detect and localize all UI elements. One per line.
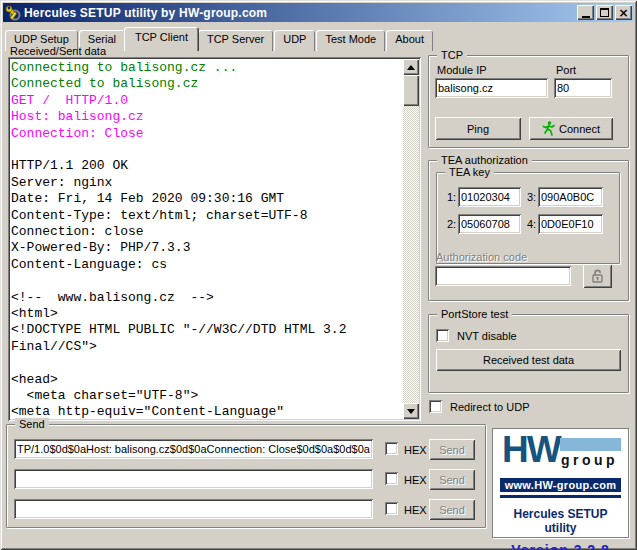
hw-group-logo-panel: HW group www.HW-group.com Hercules SETUP… [492,428,629,538]
arrow-down-icon [407,409,415,414]
connect-button-label: Connect [559,123,600,135]
tcp-group-title: TCP [437,49,467,61]
close-button[interactable]: × [615,5,632,20]
send-input-2[interactable] [14,469,373,489]
unlock-button[interactable] [583,264,612,288]
terminal-line: Host: balisong.cz [11,109,401,125]
terminal-line: <html> [11,306,401,322]
terminal-line: Server: nginx [11,175,401,191]
terminal-line: <meta charset="UTF-8"> [11,388,401,404]
terminal-line: Date: Fri, 14 Feb 2020 09:30:16 GMT [11,191,401,207]
send-button-2-label: Send [439,474,465,486]
received-data-area[interactable]: Connecting to balisong.cz ... Connected … [8,57,421,421]
portstore-group-title: PortStore test [437,308,512,320]
scroll-down-button[interactable] [403,403,419,419]
terminal-line: Connection: Close [11,126,401,142]
arrow-up-icon [407,65,415,70]
terminal-line: <!-- www.balisong.cz --> [11,290,401,306]
hw-group-logo: HW group [500,435,621,475]
tab-udp[interactable]: UDP [274,30,315,51]
terminal-line: Content-Type: text/html; charset=UTF-8 [11,208,401,224]
tab-about[interactable]: About [386,30,433,51]
hex-checkbox-3[interactable] [385,502,398,515]
tea-key-4-input[interactable] [538,214,603,234]
send-button-3[interactable]: Send [429,499,475,520]
terminal-line: GET / HTTP/1.0 [11,93,401,109]
scroll-up-button[interactable] [403,59,419,75]
tab-test-mode[interactable]: Test Mode [316,30,385,51]
ping-button[interactable]: Ping [435,117,521,140]
send-group-title: Send [15,418,49,430]
hex-checkbox-1[interactable] [385,442,398,455]
logo-group-text: group [561,452,618,468]
connect-button[interactable]: Connect [529,117,613,140]
app-icon [5,5,21,21]
received-test-data-label: Received test data [483,354,574,366]
tab-tcp-client[interactable]: TCP Client [124,27,199,51]
nvt-disable-checkbox[interactable] [436,329,449,342]
terminal-line: Connected to balisong.cz [11,76,401,92]
logo-divider [500,495,621,498]
authorization-code-label: Authorization code [436,251,527,263]
terminal-line: Connection: close [11,224,401,240]
tea-key-4-label: 4: [527,218,536,230]
terminal-text: Connecting to balisong.cz ... Connected … [11,60,401,418]
received-sent-label: Received/Sent data [10,45,106,57]
close-icon: × [618,7,628,19]
terminal-line: Final//CS"> [11,339,401,355]
redirect-to-udp-label: Redirect to UDP [450,401,529,413]
module-ip-input[interactable] [435,78,548,98]
nvt-disable-label: NVT disable [457,330,517,342]
tea-key-3-label: 3: [527,191,536,203]
authorization-code-input[interactable] [435,266,571,286]
terminal-line: X-Powered-By: PHP/7.3.3 [11,240,401,256]
window-title: Hercules SETUP utility by HW-group.com [24,6,575,20]
terminal-line: Connecting to balisong.cz ... [11,60,401,76]
logo-hw-text: HW [502,429,560,471]
send-input-1[interactable] [14,439,373,459]
terminal-line: <meta http-equiv="Content-Language" [11,404,401,418]
tea-key-3-input[interactable] [538,187,603,207]
port-input[interactable] [554,78,612,98]
redirect-to-udp-checkbox[interactable] [429,400,442,413]
logo-website-link[interactable]: www.HW-group.com [500,478,621,492]
tab-tcp-server[interactable]: TCP Server [198,30,273,51]
hex-label-2: HEX [404,474,427,486]
send-button-1-label: Send [439,444,465,456]
tea-group-title: TEA authorization [437,154,532,166]
hex-checkbox-2[interactable] [385,472,398,485]
vertical-scrollbar[interactable] [403,59,419,419]
runner-icon [542,121,555,136]
tea-key-2-input[interactable] [458,214,521,234]
scrollbar-thumb[interactable] [403,75,419,106]
maximize-icon [600,8,609,17]
tea-key-2-label: 2: [447,218,456,230]
received-test-data-button[interactable]: Received test data [436,349,621,371]
hex-label-1: HEX [404,444,427,456]
title-bar[interactable]: Hercules SETUP utility by HW-group.com × [3,3,634,22]
minimize-button[interactable] [577,5,594,20]
lock-icon [591,269,604,283]
logo-version: Version 3.2.8 [500,542,621,550]
logo-blue-rectangle [560,438,621,451]
send-input-3[interactable] [14,499,373,519]
hex-label-3: HEX [404,504,427,516]
terminal-line: <head> [11,372,401,388]
send-button-3-label: Send [439,504,465,516]
maximize-button[interactable] [596,5,613,20]
tea-key-1-input[interactable] [458,187,521,207]
tea-key-title: TEA key [445,166,494,178]
logo-product-name: Hercules SETUP utility [500,507,621,535]
send-button-1[interactable]: Send [429,439,475,460]
terminal-line: Content-Language: cs [11,257,401,273]
terminal-line [11,355,401,371]
terminal-line: HTTP/1.1 200 OK [11,158,401,174]
send-button-2[interactable]: Send [429,469,475,490]
tea-key-1-label: 1: [447,191,456,203]
port-label: Port [556,64,576,76]
ping-button-label: Ping [467,123,489,135]
minimize-icon [582,16,590,18]
terminal-line: <!DOCTYPE HTML PUBLIC "-//W3C//DTD HTML … [11,322,401,338]
module-ip-label: Module IP [437,64,487,76]
terminal-line [11,142,401,158]
